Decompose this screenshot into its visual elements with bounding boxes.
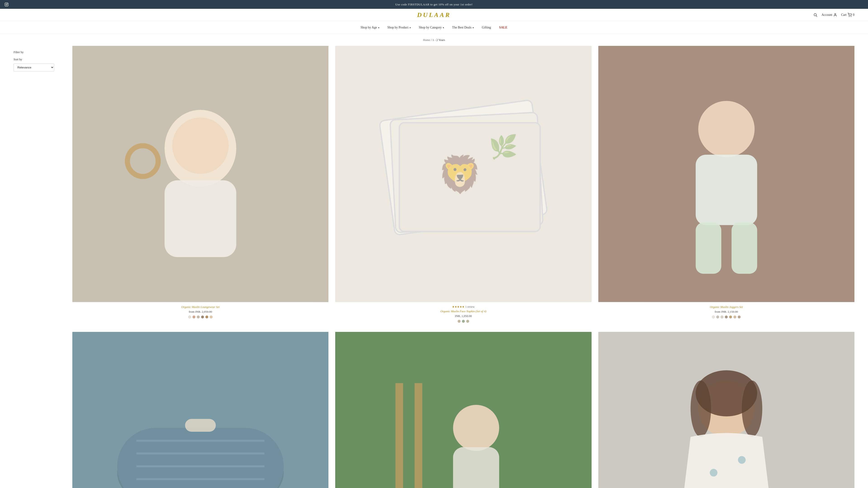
- product-colors-3: [598, 315, 855, 319]
- color-swatch[interactable]: [462, 320, 465, 323]
- svg-rect-10: [164, 180, 236, 257]
- cart-label: Cart: [841, 13, 846, 17]
- nav-shop-by-age-label: Shop by Age: [361, 26, 377, 29]
- sort-label: Sort by: [13, 58, 63, 61]
- product-card-3[interactable]: Organic Muslin Joggers Set from INR. 2,1…: [598, 46, 855, 323]
- instagram-icon[interactable]: [4, 2, 8, 6]
- nav-gifting[interactable]: Gifting: [482, 25, 491, 30]
- color-swatch[interactable]: [720, 315, 723, 319]
- site-header: DULAAR Account Cart 0: [0, 9, 868, 21]
- breadcrumb-separator: /: [430, 38, 432, 41]
- product-image-6: [598, 332, 855, 488]
- sidebar: Filter by Sort by Relevance Price: Low t…: [13, 46, 63, 488]
- product-colors-1: [72, 315, 329, 319]
- header-right: Account Cart 0: [813, 13, 855, 17]
- svg-point-34: [453, 405, 499, 451]
- chevron-down-icon: ▾: [378, 26, 379, 29]
- color-swatch[interactable]: [210, 315, 213, 319]
- color-swatch[interactable]: [188, 315, 191, 319]
- search-button[interactable]: [813, 13, 817, 17]
- svg-point-45: [710, 469, 717, 477]
- nav-shop-by-category[interactable]: Shop by Category ▾: [419, 25, 444, 30]
- product-price-2: INR. 1,050.00: [335, 314, 591, 318]
- filter-label: Filter by: [13, 51, 63, 54]
- svg-rect-0: [5, 3, 8, 6]
- nav-sale[interactable]: SALE: [499, 25, 507, 30]
- main-nav: Shop by Age ▾ Shop by Product ▾ Shop by …: [0, 21, 868, 34]
- svg-point-6: [849, 16, 849, 17]
- product-price-1: from INR. 2,050.00: [72, 310, 329, 314]
- color-swatch[interactable]: [729, 315, 732, 319]
- svg-point-1: [6, 4, 7, 5]
- sort-select[interactable]: Relevance Price: Low to High Price: High…: [13, 64, 54, 71]
- chevron-down-icon: ▾: [410, 26, 411, 29]
- product-card-2[interactable]: 🦁 🌿 ★★★★★ 1 review Organic Muslin Face N…: [335, 46, 591, 323]
- products-area: Organic Muslin Loungewear Set from INR. …: [72, 46, 855, 488]
- product-image-2: 🦁 🌿: [335, 46, 591, 302]
- svg-rect-35: [453, 447, 499, 488]
- svg-rect-22: [695, 223, 721, 274]
- product-title-3: Organic Muslin Joggers Set: [598, 305, 855, 309]
- svg-point-48: [738, 456, 745, 464]
- svg-point-11: [172, 118, 228, 174]
- breadcrumb-current: 1 - 2 Years: [432, 38, 445, 41]
- product-card-4[interactable]: Organic Waffle Blanket from INR. 1,850.0…: [72, 332, 329, 488]
- svg-point-7: [851, 16, 851, 17]
- products-grid: Organic Muslin Loungewear Set from INR. …: [72, 46, 855, 488]
- account-link[interactable]: Account: [822, 13, 837, 17]
- top-banner: Use code FIRSTDULAAR to get 10% off on y…: [0, 0, 868, 9]
- nav-gifting-label: Gifting: [482, 26, 491, 29]
- breadcrumb: Home / 1 - 2 Years: [0, 34, 868, 46]
- svg-point-20: [698, 101, 754, 157]
- color-swatch[interactable]: [201, 315, 204, 319]
- nav-shop-by-category-label: Shop by Category: [419, 26, 442, 29]
- product-price-3: from INR. 2,150.00: [598, 310, 855, 314]
- product-image-4: [72, 332, 329, 488]
- nav-best-deals[interactable]: The Best Deals ▾: [452, 25, 474, 30]
- cart-count: 0: [853, 13, 855, 17]
- product-image-3: [598, 46, 855, 302]
- product-image-5: [335, 332, 591, 488]
- color-swatch[interactable]: [192, 315, 195, 319]
- color-swatch[interactable]: [466, 320, 469, 323]
- product-card-1[interactable]: Organic Muslin Loungewear Set from INR. …: [72, 46, 329, 323]
- svg-text:🦁: 🦁: [438, 153, 483, 196]
- svg-line-4: [816, 16, 817, 17]
- color-swatch[interactable]: [738, 315, 741, 319]
- product-image-1: [72, 46, 329, 302]
- color-swatch[interactable]: [458, 320, 461, 323]
- svg-point-43: [690, 381, 711, 437]
- color-swatch[interactable]: [716, 315, 719, 319]
- nav-shop-by-product-label: Shop by Product: [388, 26, 408, 29]
- product-title-1: Organic Muslin Loungewear Set: [72, 305, 329, 309]
- color-swatch[interactable]: [733, 315, 737, 319]
- nav-shop-by-product[interactable]: Shop by Product ▾: [388, 25, 411, 30]
- product-rating-2: ★★★★★ 1 review: [335, 305, 591, 308]
- main-content: Filter by Sort by Relevance Price: Low t…: [0, 46, 868, 488]
- site-logo[interactable]: DULAAR: [417, 11, 451, 19]
- product-card-5[interactable]: Organic Muslin Dress from INR. 1,650.00: [335, 332, 591, 488]
- color-swatch[interactable]: [712, 315, 715, 319]
- svg-point-2: [7, 3, 8, 4]
- svg-rect-31: [185, 419, 216, 432]
- chevron-down-icon: ▾: [473, 26, 474, 29]
- banner-promo-text: Use code FIRSTDULAAR to get 10% off on y…: [8, 3, 860, 6]
- color-swatch[interactable]: [205, 315, 209, 319]
- product-colors-2: [335, 320, 591, 323]
- product-card-6[interactable]: Organic Muslin Jumpsuit from INR. 1,950.…: [598, 332, 855, 488]
- account-label: Account: [822, 13, 832, 17]
- breadcrumb-home[interactable]: Home: [423, 38, 430, 41]
- svg-point-44: [742, 381, 762, 437]
- color-swatch[interactable]: [197, 315, 200, 319]
- chevron-down-icon: ▾: [443, 26, 444, 29]
- svg-text:🌿: 🌿: [489, 133, 518, 161]
- nav-sale-label: SALE: [499, 26, 507, 29]
- color-swatch[interactable]: [725, 315, 728, 319]
- cart-link[interactable]: Cart 0: [841, 13, 855, 17]
- svg-rect-23: [732, 223, 757, 274]
- product-title-2: Organic Muslin Face Napkin (Set of 4): [335, 310, 591, 313]
- nav-best-deals-label: The Best Deals: [452, 26, 471, 29]
- nav-shop-by-age[interactable]: Shop by Age ▾: [361, 25, 379, 30]
- svg-point-5: [835, 13, 836, 15]
- svg-rect-21: [695, 155, 757, 225]
